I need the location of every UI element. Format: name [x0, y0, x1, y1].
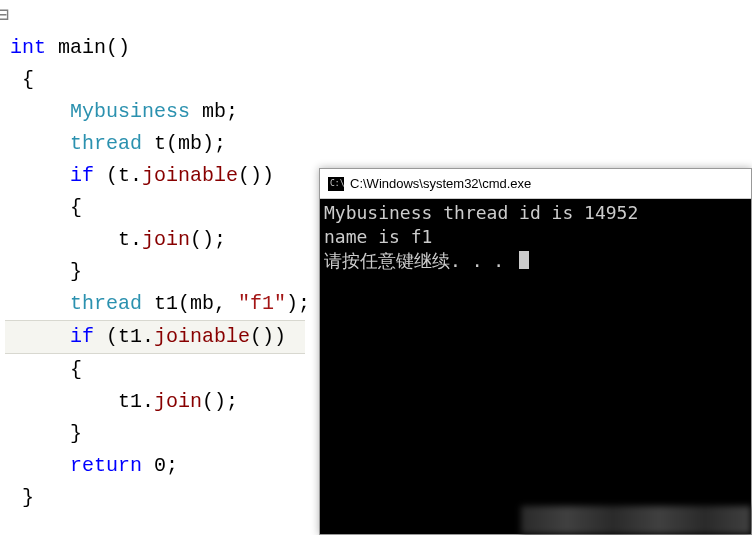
keyword-int: int	[10, 36, 46, 59]
console-window[interactable]: C:\ C:\Windows\system32\cmd.exe Mybusine…	[319, 168, 752, 535]
code-line: {	[5, 64, 752, 96]
output-line: Mybusiness thread id is 14952	[324, 202, 638, 223]
cursor-icon	[519, 251, 529, 269]
code-line: thread t(mb);	[5, 128, 752, 160]
code-line: int main()	[5, 32, 752, 64]
cmd-icon: C:\	[328, 177, 344, 191]
console-output[interactable]: Mybusiness thread id is 14952 name is f1…	[320, 199, 751, 275]
console-titlebar[interactable]: C:\ C:\Windows\system32\cmd.exe	[320, 169, 751, 199]
output-line: name is f1	[324, 226, 432, 247]
console-title: C:\Windows\system32\cmd.exe	[350, 176, 531, 191]
taskbar-blur	[521, 506, 751, 534]
code-line-highlighted: if (t1.joinable())	[5, 320, 305, 354]
collapse-marker-icon: ⊟	[0, 0, 9, 32]
output-line: 请按任意键继续. . .	[324, 250, 515, 271]
code-line: Mybusiness mb;	[5, 96, 752, 128]
